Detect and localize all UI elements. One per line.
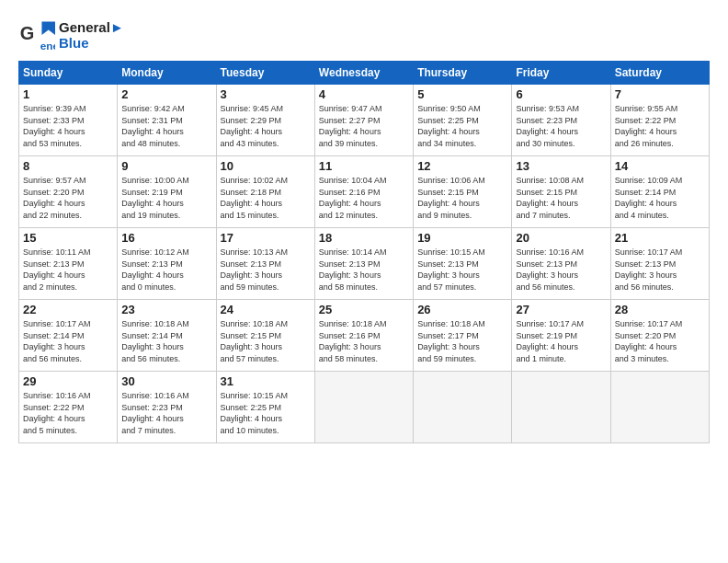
calendar-cell: 26Sunrise: 10:18 AMSunset: 2:17 PMDaylig… — [414, 300, 512, 372]
calendar-cell — [610, 372, 709, 443]
calendar-cell: 23Sunrise: 10:18 AMSunset: 2:14 PMDaylig… — [118, 300, 216, 372]
calendar-cell: 31Sunrise: 10:15 AMSunset: 2:25 PMDaylig… — [216, 372, 314, 443]
day-number: 6 — [516, 87, 606, 101]
day-info: Sunrise: 10:08 AMSunset: 2:15 PMDaylight… — [516, 175, 606, 221]
calendar-cell: 8Sunrise: 9:57 AMSunset: 2:20 PMDaylight… — [19, 156, 118, 228]
day-info: Sunrise: 10:11 AMSunset: 2:13 PMDaylight… — [23, 247, 113, 293]
calendar-cell: 10Sunrise: 10:02 AMSunset: 2:18 PMDaylig… — [216, 156, 314, 228]
day-number: 27 — [516, 303, 606, 316]
calendar-cell: 3Sunrise: 9:45 AMSunset: 2:29 PMDaylight… — [216, 85, 314, 156]
day-info: Sunrise: 10:06 AMSunset: 2:15 PMDaylight… — [417, 175, 507, 221]
calendar-cell: 6Sunrise: 9:53 AMSunset: 2:23 PMDaylight… — [512, 85, 610, 156]
calendar-cell: 21Sunrise: 10:17 AMSunset: 2:13 PMDaylig… — [610, 228, 709, 300]
weekday-header-wednesday: Wednesday — [314, 62, 413, 85]
calendar-cell: 14Sunrise: 10:09 AMSunset: 2:14 PMDaylig… — [610, 156, 709, 228]
header: G eneral General► Blue — [18, 17, 710, 53]
day-info: Sunrise: 9:53 AMSunset: 2:23 PMDaylight:… — [516, 103, 606, 149]
day-info: Sunrise: 10:17 AMSunset: 2:14 PMDaylight… — [23, 318, 113, 364]
day-number: 4 — [319, 87, 409, 101]
calendar-week-3: 15Sunrise: 10:11 AMSunset: 2:13 PMDaylig… — [19, 228, 710, 300]
day-info: Sunrise: 10:02 AMSunset: 2:18 PMDaylight… — [221, 175, 311, 221]
day-info: Sunrise: 10:13 AMSunset: 2:13 PMDaylight… — [221, 247, 311, 293]
day-number: 28 — [615, 303, 705, 316]
day-info: Sunrise: 10:17 AMSunset: 2:19 PMDaylight… — [516, 318, 606, 364]
logo-icon: G eneral — [18, 17, 55, 53]
day-info: Sunrise: 10:04 AMSunset: 2:16 PMDaylight… — [319, 175, 409, 221]
day-info: Sunrise: 9:50 AMSunset: 2:25 PMDaylight:… — [417, 103, 507, 149]
calendar-cell: 11Sunrise: 10:04 AMSunset: 2:16 PMDaylig… — [314, 156, 413, 228]
day-number: 9 — [121, 159, 211, 173]
calendar-cell: 13Sunrise: 10:08 AMSunset: 2:15 PMDaylig… — [512, 156, 610, 228]
calendar-cell: 1Sunrise: 9:39 AMSunset: 2:33 PMDaylight… — [19, 85, 118, 156]
day-number: 25 — [319, 303, 409, 316]
calendar-cell: 29Sunrise: 10:16 AMSunset: 2:22 PMDaylig… — [19, 372, 118, 443]
calendar-cell: 4Sunrise: 9:47 AMSunset: 2:27 PMDaylight… — [314, 85, 413, 156]
day-number: 29 — [23, 374, 113, 388]
day-number: 18 — [319, 231, 409, 245]
day-number: 17 — [221, 231, 311, 245]
calendar-cell: 30Sunrise: 10:16 AMSunset: 2:23 PMDaylig… — [118, 372, 216, 443]
weekday-header-thursday: Thursday — [414, 62, 512, 85]
calendar-week-2: 8Sunrise: 9:57 AMSunset: 2:20 PMDaylight… — [19, 156, 710, 228]
calendar-cell — [314, 372, 413, 443]
day-number: 5 — [417, 87, 507, 101]
calendar-week-5: 29Sunrise: 10:16 AMSunset: 2:22 PMDaylig… — [19, 372, 710, 443]
calendar-cell: 17Sunrise: 10:13 AMSunset: 2:13 PMDaylig… — [216, 228, 314, 300]
day-info: Sunrise: 10:14 AMSunset: 2:13 PMDaylight… — [319, 247, 409, 293]
calendar-cell: 9Sunrise: 10:00 AMSunset: 2:19 PMDayligh… — [118, 156, 216, 228]
svg-text:G: G — [20, 23, 35, 43]
logo: G eneral General► Blue — [18, 17, 124, 53]
calendar-cell: 12Sunrise: 10:06 AMSunset: 2:15 PMDaylig… — [414, 156, 512, 228]
day-number: 23 — [121, 303, 211, 316]
day-info: Sunrise: 10:18 AMSunset: 2:15 PMDaylight… — [221, 318, 311, 364]
day-number: 26 — [417, 303, 507, 316]
day-number: 24 — [221, 303, 311, 316]
calendar-week-4: 22Sunrise: 10:17 AMSunset: 2:14 PMDaylig… — [19, 300, 710, 372]
day-number: 20 — [516, 231, 606, 245]
day-info: Sunrise: 10:16 AMSunset: 2:22 PMDaylight… — [23, 390, 113, 436]
day-info: Sunrise: 9:47 AMSunset: 2:27 PMDaylight:… — [319, 103, 409, 149]
day-info: Sunrise: 10:17 AMSunset: 2:20 PMDaylight… — [615, 318, 705, 364]
calendar-header-row: SundayMondayTuesdayWednesdayThursdayFrid… — [19, 62, 710, 85]
weekday-header-tuesday: Tuesday — [216, 62, 314, 85]
day-info: Sunrise: 10:18 AMSunset: 2:17 PMDaylight… — [417, 318, 507, 364]
day-number: 7 — [615, 87, 705, 101]
day-number: 11 — [319, 159, 409, 173]
day-info: Sunrise: 10:09 AMSunset: 2:14 PMDaylight… — [615, 175, 705, 221]
day-info: Sunrise: 10:16 AMSunset: 2:13 PMDaylight… — [516, 247, 606, 293]
calendar-cell: 25Sunrise: 10:18 AMSunset: 2:16 PMDaylig… — [314, 300, 413, 372]
day-number: 15 — [23, 231, 113, 245]
day-number: 10 — [221, 159, 311, 173]
calendar-cell: 18Sunrise: 10:14 AMSunset: 2:13 PMDaylig… — [314, 228, 413, 300]
day-number: 19 — [417, 231, 507, 245]
day-info: Sunrise: 9:55 AMSunset: 2:22 PMDaylight:… — [615, 103, 705, 149]
calendar-cell: 20Sunrise: 10:16 AMSunset: 2:13 PMDaylig… — [512, 228, 610, 300]
day-info: Sunrise: 9:45 AMSunset: 2:29 PMDaylight:… — [221, 103, 311, 149]
weekday-header-friday: Friday — [512, 62, 610, 85]
day-number: 31 — [221, 374, 311, 388]
logo-blue-word: Blue — [59, 35, 124, 51]
logo-blue: ► — [110, 19, 124, 35]
day-number: 30 — [121, 374, 211, 388]
day-info: Sunrise: 9:42 AMSunset: 2:31 PMDaylight:… — [121, 103, 211, 149]
day-number: 2 — [121, 87, 211, 101]
day-number: 12 — [417, 159, 507, 173]
logo-text: General► Blue — [59, 19, 124, 52]
day-info: Sunrise: 10:15 AMSunset: 2:25 PMDaylight… — [221, 390, 311, 436]
calendar-cell — [414, 372, 512, 443]
calendar-cell: 16Sunrise: 10:12 AMSunset: 2:13 PMDaylig… — [118, 228, 216, 300]
day-info: Sunrise: 10:18 AMSunset: 2:14 PMDaylight… — [121, 318, 211, 364]
weekday-header-monday: Monday — [118, 62, 216, 85]
day-info: Sunrise: 10:16 AMSunset: 2:23 PMDaylight… — [121, 390, 211, 436]
calendar-table: SundayMondayTuesdayWednesdayThursdayFrid… — [18, 61, 710, 443]
day-number: 14 — [615, 159, 705, 173]
calendar-cell: 22Sunrise: 10:17 AMSunset: 2:14 PMDaylig… — [19, 300, 118, 372]
calendar-cell: 15Sunrise: 10:11 AMSunset: 2:13 PMDaylig… — [19, 228, 118, 300]
calendar-cell: 19Sunrise: 10:15 AMSunset: 2:13 PMDaylig… — [414, 228, 512, 300]
day-number: 16 — [121, 231, 211, 245]
page: G eneral General► Blue SundayMondayTuesd… — [0, 0, 728, 563]
day-info: Sunrise: 10:17 AMSunset: 2:13 PMDaylight… — [615, 247, 705, 293]
svg-text:eneral: eneral — [40, 40, 55, 52]
svg-marker-1 — [41, 21, 55, 35]
day-info: Sunrise: 9:57 AMSunset: 2:20 PMDaylight:… — [23, 175, 113, 221]
